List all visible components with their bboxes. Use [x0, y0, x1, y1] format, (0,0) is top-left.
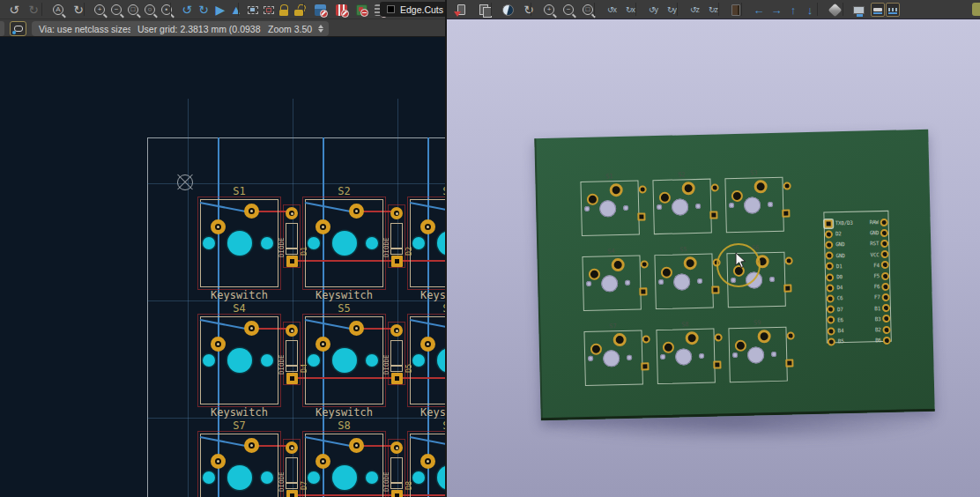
value-label: Keyswitch: [191, 289, 287, 301]
pad[interactable]: [349, 321, 364, 336]
rotate-ccw-icon[interactable]: ↺: [178, 1, 196, 19]
rotate-cw-icon[interactable]: ↻: [195, 1, 212, 19]
diode-pad: [783, 182, 791, 189]
pin-label: GND: [850, 230, 879, 236]
pad[interactable]: [420, 219, 435, 234]
pcb-canvas[interactable]: S1KeyswitchS2KeyswitchS3KeyswitchS4Keysw…: [0, 37, 445, 497]
side-hole: [366, 471, 378, 484]
search-icon[interactable]: A: [49, 1, 67, 19]
pad[interactable]: [390, 441, 403, 454]
zoom-out-icon[interactable]: −: [108, 1, 125, 19]
pan-down-icon[interactable]: ↓: [801, 1, 819, 19]
pad[interactable]: [286, 256, 298, 267]
pad[interactable]: [349, 438, 364, 453]
pad[interactable]: [316, 219, 330, 234]
diode-pad: [785, 359, 793, 367]
pin-label: E6: [837, 317, 843, 323]
pan-left-icon[interactable]: ←: [750, 1, 768, 19]
pad[interactable]: [211, 219, 226, 234]
group-icon[interactable]: [244, 1, 262, 19]
rotate-y-cw-icon[interactable]: ↻y: [663, 1, 680, 19]
viewports-dropdown[interactable]: [972, 3, 980, 16]
zoom-dropdown[interactable]: Zoom 3.50: [261, 21, 329, 36]
pad[interactable]: [211, 337, 226, 352]
rotate-y-ccw-icon[interactable]: ↺y: [644, 1, 662, 19]
refresh-view-icon[interactable]: ↻: [520, 1, 538, 19]
rotate-z-ccw-icon[interactable]: ↺z: [686, 1, 703, 19]
flip-horizontal-icon[interactable]: ▶: [212, 1, 229, 19]
diode-reference-label: D7: [300, 460, 308, 490]
update-board-icon[interactable]: [353, 1, 370, 19]
zoom-to-objects-icon[interactable]: ○: [141, 1, 159, 19]
zoom-out-icon[interactable]: −: [560, 1, 577, 19]
unlock-icon[interactable]: [290, 1, 308, 19]
diode-body-outline: [390, 223, 403, 255]
diode-pad: [782, 210, 790, 218]
pad[interactable]: [286, 207, 298, 219]
pad[interactable]: [391, 373, 403, 384]
side-hole: [308, 471, 320, 484]
pan-up-icon[interactable]: ↑: [784, 1, 802, 19]
value-label: Keyswitch: [401, 406, 445, 419]
silkscreen-reference: S9: [737, 319, 777, 327]
center-hole: [332, 231, 357, 256]
pin-label: D7: [837, 307, 843, 312]
th-models-toggle-icon[interactable]: [884, 1, 902, 19]
diode-pad: [783, 284, 791, 292]
pad[interactable]: [391, 256, 403, 267]
pad[interactable]: [420, 454, 435, 469]
pad[interactable]: [244, 204, 259, 219]
render-settings-icon[interactable]: [850, 1, 867, 19]
diode-reference-label: D8: [405, 460, 413, 490]
side-hole: [308, 354, 320, 367]
pin-hole: [657, 204, 662, 210]
pad[interactable]: [211, 454, 226, 469]
track-width-stepper[interactable]: [0, 21, 4, 36]
3d-viewport[interactable]: S1S2S3S4S5S6S7S8S9TX0/D3RAWD2GNDGNDRSTGN…: [447, 19, 980, 497]
ortho-view-icon[interactable]: [826, 1, 843, 19]
pin-label: B5: [838, 338, 844, 344]
controller-pin: [882, 293, 890, 301]
zoom-in-icon[interactable]: +: [540, 1, 558, 19]
side-hole: [366, 354, 378, 367]
undo-icon[interactable]: ↺: [5, 1, 23, 19]
rotate-z-cw-icon[interactable]: ↻z: [704, 1, 722, 19]
pan-right-icon[interactable]: →: [768, 1, 785, 19]
rotate-x-cw-icon[interactable]: ↻x: [621, 1, 639, 19]
mirror-vertical-icon[interactable]: ▲: [227, 1, 245, 19]
pad[interactable]: [349, 204, 364, 219]
pad[interactable]: [390, 324, 403, 337]
pad[interactable]: [286, 373, 298, 384]
interactive-delete-icon[interactable]: [311, 1, 329, 19]
pad[interactable]: [420, 337, 435, 352]
track-width-button[interactable]: [10, 21, 26, 36]
pad[interactable]: [316, 337, 330, 352]
pad[interactable]: [244, 438, 259, 453]
zoom-in-icon[interactable]: +: [91, 1, 108, 19]
side-hole: [261, 237, 273, 249]
refresh-icon[interactable]: ↻: [70, 1, 87, 19]
pad[interactable]: [316, 454, 330, 469]
flip-board-icon[interactable]: [727, 1, 745, 19]
grid-line: [293, 99, 293, 497]
pad[interactable]: [391, 490, 403, 497]
rotate-x-ccw-icon[interactable]: ↺x: [603, 1, 620, 19]
pin-label: B2: [852, 327, 880, 333]
pin-label: RST: [850, 241, 879, 248]
orbit-view-icon[interactable]: [499, 1, 516, 19]
zoom-to-selection-icon[interactable]: ▪: [158, 1, 175, 19]
toolbar-separator: [594, 3, 595, 16]
export-image-icon[interactable]: [452, 1, 470, 19]
pad[interactable]: [244, 321, 259, 336]
redo-icon[interactable]: ↻: [25, 1, 42, 19]
toolbar-separator: [741, 3, 742, 16]
zoom-fit-icon[interactable]: □: [124, 1, 142, 19]
pad[interactable]: [286, 490, 298, 497]
diode-body-outline: [390, 340, 403, 372]
pad[interactable]: [286, 324, 298, 337]
pad[interactable]: [390, 207, 403, 219]
pad[interactable]: [286, 441, 298, 454]
pcb-library-icon[interactable]: [332, 1, 350, 19]
controller-pin: [881, 283, 889, 291]
layer-selector-dropdown[interactable]: Edge.Cuts: [380, 2, 450, 17]
